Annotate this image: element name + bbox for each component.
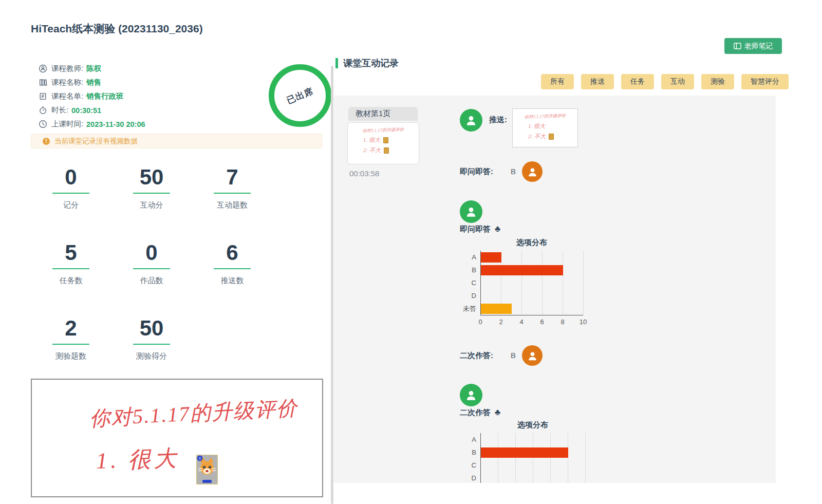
second-answer-value: B [511, 351, 516, 360]
material-page-tab[interactable]: 教材第1页 [348, 107, 418, 121]
mini-hw-line-3: 2: 不大 [363, 147, 381, 153]
group-avatar[interactable] [460, 200, 482, 223]
material-page-tab-label: 教材第1页 [356, 109, 390, 119]
stat-label: 测验得分 [116, 351, 188, 361]
course-name-label: 课程名称: [51, 78, 83, 87]
stat-value: 50 [116, 165, 188, 189]
material-page-thumbnail[interactable]: 你对5.1.17的升级评价 1. 很大 2: 不大 [347, 122, 419, 164]
chart-row: 未答 [460, 302, 604, 315]
stat-score: 0 记分 [35, 165, 107, 210]
stat-label: 互动分 [116, 200, 188, 210]
option-distribution-plot-2: ABCD [460, 433, 606, 483]
filter-interact[interactable]: 互动 [661, 74, 694, 89]
duration-label: 时长: [51, 105, 68, 115]
option-distribution-plot-1: ABCD未答0246810 [460, 251, 604, 315]
interaction-record-panel: 教材第1页 你对5.1.17的升级评价 1. 很大 2: 不大 00:03:58… [334, 96, 776, 483]
option-distribution-chart-1: 选项分布 ABCD未答0246810 [460, 238, 604, 315]
chart-row: B [460, 446, 606, 459]
chart-row: A [460, 251, 604, 264]
stat-underline [133, 193, 170, 194]
person-icon [527, 166, 538, 178]
person-icon [464, 388, 478, 402]
chart-category-label: D [460, 292, 476, 300]
stat-value: 5 [35, 241, 107, 265]
club-icon: ♣ [495, 224, 500, 234]
chart-x-tick: 8 [561, 318, 564, 326]
mini-hw-line-2: 1. 很大 [528, 123, 545, 129]
stat-value: 0 [35, 165, 107, 189]
stat-quiz-score: 50 测验得分 [116, 316, 188, 361]
student-avatar[interactable] [522, 345, 543, 366]
stat-underline [214, 268, 251, 269]
option-distribution-chart-2: 选项分布 ABCD [460, 420, 606, 483]
left-panel-scrollbar[interactable] [331, 66, 333, 504]
mini-hw-line-1: 你对5.1.17的升级评价 [348, 126, 419, 135]
chart-category-label: B [460, 449, 476, 456]
stat-label: 互动题数 [196, 200, 268, 210]
group-avatar[interactable] [460, 109, 482, 132]
hiteach-report-page: HiTeach纸本测验 (20231130_2036) 课程教师: 陈权 课程名… [0, 0, 822, 504]
section-header: 课堂互动记录 [335, 57, 399, 69]
duration-icon [39, 106, 47, 115]
chart-x-tick: 10 [580, 318, 587, 326]
instant-qa-label: 即问即答: [460, 167, 493, 177]
instant-qa-title-text: 即问即答 [460, 225, 491, 233]
stat-underline [133, 268, 170, 269]
class-time-label: 上课时间: [51, 119, 83, 129]
section-accent-bar [335, 58, 338, 68]
course-info-list: 课程教师: 陈权 课程名称: 销售 课程名单: 销售行政班 [39, 62, 145, 131]
chart-row: C [460, 276, 604, 289]
stat-pushes: 6 推送数 [196, 241, 268, 286]
mini-hw-line-1: 你对5.1.17的升级评价 [513, 113, 577, 121]
filter-push[interactable]: 推送 [581, 74, 614, 89]
stat-value: 7 [196, 165, 268, 189]
group-avatar[interactable] [460, 384, 482, 406]
chart-x-tick: 4 [519, 318, 523, 326]
chart-bar [481, 304, 512, 314]
teacher-icon [39, 64, 47, 73]
club-icon: ♣ [495, 407, 500, 417]
teacher-notes-label: 老师笔记 [744, 42, 773, 51]
course-teacher-row: 课程教师: 陈权 [39, 62, 145, 76]
instant-qa-title: 即问即答♣ [460, 224, 500, 234]
filter-quiz[interactable]: 测验 [701, 74, 734, 89]
chart-category-label: 未答 [460, 304, 476, 313]
stat-interaction-questions: 7 互动题数 [196, 165, 268, 210]
chart-x-tick: 0 [478, 318, 482, 326]
duration-value: 00:30:51 [71, 106, 101, 115]
person-icon [464, 114, 478, 127]
person-icon [527, 350, 538, 362]
filter-all[interactable]: 所有 [541, 74, 574, 89]
filter-task[interactable]: 任务 [621, 74, 654, 89]
cat-sticker-mini [383, 137, 388, 143]
stat-quiz-questions: 2 测验题数 [35, 316, 107, 361]
handwriting-line-1: 你对5.1.17的升级评价 [89, 394, 298, 433]
course-teacher-value: 陈权 [86, 64, 101, 73]
student-avatar[interactable] [522, 161, 543, 182]
filter-smart-score[interactable]: 智慧评分 [741, 74, 789, 89]
chart-category-label: C [460, 461, 476, 469]
chart-x-tick: 6 [540, 318, 544, 326]
push-thumbnail[interactable]: 你对5.1.17的升级评价 1. 很大 2: 不大 [512, 108, 578, 147]
class-time-row: 上课时间: 2023-11-30 20:06 [39, 117, 145, 131]
attendance-badge: 已出席 [269, 64, 331, 127]
warning-icon: ! [43, 138, 50, 145]
chart-row: A [460, 433, 606, 446]
cat-sticker: 0 [196, 455, 218, 487]
stat-value: 0 [116, 241, 188, 265]
stat-interaction-score: 50 互动分 [116, 165, 188, 210]
teacher-notes-button[interactable]: 老师笔记 [724, 38, 782, 54]
page-title: HiTeach纸本测验 (20231130_2036) [31, 22, 203, 36]
no-video-warning: ! 当前课堂记录没有视频数据 [31, 134, 322, 148]
push-thumbnail-handwriting: 你对5.1.17的升级评价 1. 很大 2: 不大 [513, 114, 577, 147]
course-roster-label: 课程名单: [51, 91, 83, 101]
chart-title: 选项分布 [460, 238, 604, 248]
stat-value: 2 [35, 316, 107, 340]
whiteboard-snapshot: 你对5.1.17的升级评价 1. 很大 0 [31, 379, 323, 497]
stat-label: 记分 [35, 200, 107, 210]
course-icon [39, 78, 47, 87]
handwriting-line-2: 1. 很大 [96, 443, 180, 476]
stat-value: 6 [196, 241, 268, 265]
stat-label: 推送数 [196, 276, 268, 286]
filter-row: 所有 推送 任务 互动 测验 智慧评分 [541, 74, 789, 89]
